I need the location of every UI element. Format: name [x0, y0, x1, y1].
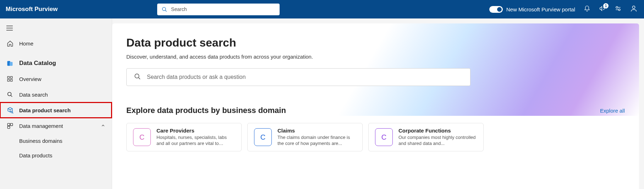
settings-icon	[615, 5, 622, 14]
sidebar-item-data-search[interactable]: Data search	[0, 87, 112, 102]
account-button[interactable]	[630, 5, 638, 13]
megaphone-badge: 1	[603, 3, 609, 9]
svg-rect-20	[7, 126, 10, 128]
brand-title: Microsoft Purview	[6, 6, 57, 13]
notifications-button[interactable]	[583, 5, 591, 13]
explore-heading: Explore data products by business domain	[126, 106, 286, 115]
card-description: Our companies most highly controlled and…	[398, 135, 477, 147]
svg-rect-10	[7, 76, 9, 78]
sidebar-item-label: Home	[19, 40, 33, 47]
home-icon	[6, 40, 13, 47]
svg-point-3	[618, 9, 620, 11]
catalog-icon	[6, 60, 13, 67]
megaphone-button[interactable]: 1	[599, 5, 606, 13]
domain-card-care-providers[interactable]: C Care Providers Hospitals, nurses, spec…	[126, 123, 242, 151]
data-product-search-input[interactable]	[147, 74, 463, 80]
bell-icon	[584, 5, 590, 14]
chevron-up-icon	[101, 123, 105, 129]
package-search-icon	[6, 107, 13, 114]
svg-point-4	[632, 6, 635, 9]
card-title: Claims	[277, 128, 356, 134]
page-title: Data product search	[126, 36, 625, 49]
svg-line-22	[139, 77, 140, 79]
sidebar-item-business-domains[interactable]: Business domains	[0, 134, 112, 148]
sidebar-item-label: Business domains	[19, 138, 62, 144]
sidebar-item-overview[interactable]: Overview	[0, 71, 112, 87]
header-actions: New Microsoft Purview portal 1	[489, 5, 638, 13]
svg-rect-18	[7, 123, 10, 125]
search-icon	[161, 6, 167, 12]
card-description: The claims domain under finance is the c…	[277, 135, 356, 147]
svg-point-14	[8, 92, 11, 96]
global-search[interactable]	[157, 4, 280, 15]
hamburger-icon	[6, 26, 13, 32]
sidebar-section-data-catalog[interactable]: Data Catalog	[0, 55, 112, 71]
sidebar: Home Data Catalog Overview Data search D	[0, 18, 112, 189]
sidebar-item-label: Data management	[19, 123, 63, 129]
data-product-search-box[interactable]	[126, 68, 470, 86]
management-icon	[6, 122, 13, 129]
sidebar-item-label: Data product search	[19, 107, 71, 113]
sidebar-item-label: Data Catalog	[19, 60, 56, 67]
domain-letter-icon: C	[254, 128, 272, 146]
svg-rect-12	[7, 80, 9, 81]
svg-rect-19	[10, 123, 12, 125]
sidebar-item-data-product-search[interactable]: Data product search	[0, 102, 112, 118]
svg-line-1	[165, 10, 166, 11]
sidebar-item-label: Data products	[19, 152, 52, 158]
main-content: Data product search Discover, understand…	[112, 23, 639, 189]
portal-toggle-label: New Microsoft Purview portal	[506, 6, 575, 12]
svg-point-21	[135, 74, 139, 78]
card-description: Hospitals, nurses, specialists, labs and…	[156, 135, 235, 147]
global-search-input[interactable]	[171, 6, 275, 12]
settings-button[interactable]	[614, 5, 622, 13]
svg-line-17	[12, 112, 13, 113]
domain-card-claims[interactable]: C Claims The claims domain under finance…	[247, 123, 363, 151]
search-icon	[6, 91, 13, 98]
person-icon	[630, 5, 638, 14]
page-subtitle: Discover, understand, and access data pr…	[126, 54, 625, 60]
sidebar-item-home[interactable]: Home	[0, 36, 112, 51]
global-header: Microsoft Purview New Microsoft Purview …	[0, 0, 644, 18]
svg-rect-11	[11, 76, 12, 78]
domain-cards: C Care Providers Hospitals, nurses, spec…	[126, 123, 625, 151]
search-icon	[134, 73, 141, 82]
sidebar-collapse-button[interactable]	[0, 22, 112, 36]
card-title: Corporate Functions	[398, 128, 477, 134]
svg-line-15	[11, 96, 12, 97]
sidebar-item-label: Overview	[19, 76, 42, 82]
card-title: Care Providers	[156, 128, 235, 134]
svg-rect-13	[11, 80, 12, 81]
grid-icon	[6, 75, 13, 82]
portal-toggle-group: New Microsoft Purview portal	[489, 6, 575, 13]
svg-point-2	[616, 6, 618, 8]
sidebar-item-data-products[interactable]: Data products	[0, 148, 112, 163]
svg-rect-9	[10, 62, 12, 66]
domain-letter-icon: C	[133, 128, 151, 146]
domain-card-corporate-functions[interactable]: C Corporate Functions Our companies most…	[368, 123, 484, 151]
svg-point-0	[163, 7, 166, 10]
sidebar-item-label: Data search	[19, 92, 48, 98]
domain-letter-icon: C	[375, 128, 393, 146]
portal-toggle[interactable]	[489, 6, 503, 13]
sidebar-item-data-management[interactable]: Data management	[0, 118, 112, 134]
explore-all-link[interactable]: Explore all	[600, 108, 625, 114]
